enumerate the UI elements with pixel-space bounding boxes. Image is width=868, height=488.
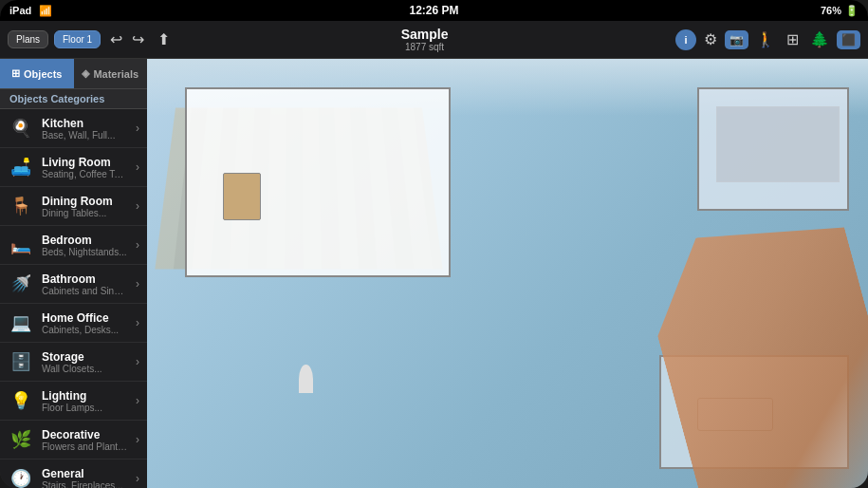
category-name-living-room: Living Room (42, 156, 128, 169)
category-icon-home-office: 💻 (8, 310, 34, 336)
category-icon-storage: 🗄️ (8, 348, 34, 375)
app-title: Sample (401, 27, 449, 42)
category-name-home-office: Home Office (42, 311, 128, 325)
category-sub-decorative: Flowers and Plants... (42, 441, 128, 452)
toolbar-left: Plans Floor 1 ↩ ↪ ⬆ (8, 28, 174, 50)
tree-button[interactable]: 🌲 (806, 28, 833, 50)
category-arrow-living-room: › (136, 160, 139, 174)
category-sub-home-office: Cabinets, Desks... (42, 325, 128, 335)
category-icon-general: 🕐 (8, 465, 34, 488)
app-subtitle: 1877 sqft (405, 42, 444, 52)
category-sub-storage: Wall Closets... (42, 364, 128, 374)
category-arrow-kitchen: › (136, 122, 139, 135)
category-sub-living-room: Seating, Coffee Tables... (42, 169, 128, 179)
battery-label: 76% (821, 5, 841, 16)
status-time: 12:26 PM (409, 4, 458, 17)
status-bar: iPad 📶 12:26 PM 76% 🔋 (0, 0, 868, 21)
category-item-lighting[interactable]: 💡 Lighting Floor Lamps... › (0, 382, 147, 421)
objects-icon: ⊞ (11, 67, 20, 80)
category-text-dining-room: Dining Room Dining Tables... (42, 195, 128, 218)
category-icon-living-room: 🛋️ (8, 154, 34, 180)
person-button[interactable]: 🚶 (752, 28, 779, 50)
category-text-bathroom: Bathroom Cabinets and Sinks... (42, 272, 128, 296)
category-arrow-general: › (136, 472, 139, 485)
category-name-kitchen: Kitchen (42, 117, 128, 130)
category-arrow-home-office: › (136, 316, 139, 329)
category-arrow-dining-room: › (136, 199, 139, 213)
category-item-dining-room[interactable]: 🪑 Dining Room Dining Tables... › (0, 187, 147, 226)
tab-objects[interactable]: ⊞ Objects (0, 59, 74, 88)
tab-materials-label: Materials (93, 68, 139, 80)
table-furniture (223, 173, 261, 220)
toolbar-right: i ⚙ 📷 🚶 ⊞ 🌲 ⬛ (675, 28, 860, 50)
category-name-bedroom: Bedroom (42, 234, 128, 247)
category-item-bedroom[interactable]: 🛏️ Bedroom Beds, Nightstands... › (0, 226, 147, 265)
section-header: Objects Categories (0, 89, 147, 109)
category-icon-bedroom: 🛏️ (8, 232, 34, 258)
category-name-general: General (42, 467, 128, 480)
category-item-bathroom[interactable]: 🚿 Bathroom Cabinets and Sinks... › (0, 265, 147, 304)
main-content: ⊞ Objects ◈ Materials Objects Categories… (0, 59, 868, 488)
category-icon-bathroom: 🚿 (8, 271, 34, 297)
settings-button[interactable]: ⚙ (700, 28, 721, 50)
undo-redo-group: ↩ ↪ (106, 28, 148, 50)
floor-button[interactable]: Floor 1 (54, 30, 101, 48)
category-arrow-lighting: › (136, 394, 139, 407)
plans-button[interactable]: Plans (8, 30, 48, 48)
light-fixture (299, 365, 313, 393)
category-icon-dining-room: 🪑 (8, 193, 34, 219)
category-name-storage: Storage (42, 350, 128, 364)
sidebar-tabs: ⊞ Objects ◈ Materials (0, 59, 147, 89)
info-button[interactable]: i (675, 29, 696, 50)
category-text-home-office: Home Office Cabinets, Desks... (42, 311, 128, 335)
category-arrow-storage: › (136, 355, 139, 368)
category-sub-general: Stairs, Fireplaces... (42, 480, 128, 489)
category-sub-bathroom: Cabinets and Sinks... (42, 286, 128, 296)
category-item-home-office[interactable]: 💻 Home Office Cabinets, Desks... › (0, 304, 147, 343)
category-text-general: General Stairs, Fireplaces... (42, 467, 128, 489)
category-arrow-decorative: › (136, 433, 139, 446)
battery-icon: 🔋 (845, 5, 859, 17)
sidebar: ⊞ Objects ◈ Materials Objects Categories… (0, 59, 147, 488)
layout-button[interactable]: ⊞ (783, 28, 803, 50)
undo-button[interactable]: ↩ (106, 28, 126, 50)
camera-button[interactable]: 📷 (725, 30, 748, 49)
share-button[interactable]: ⬆ (154, 28, 174, 50)
category-sub-bedroom: Beds, Nightstands... (42, 247, 128, 257)
category-name-lighting: Lighting (42, 389, 128, 403)
category-name-bathroom: Bathroom (42, 272, 128, 286)
category-text-decorative: Decorative Flowers and Plants... (42, 428, 128, 452)
wifi-icon: 📶 (39, 5, 52, 17)
room-right (697, 87, 849, 211)
ipad-frame: iPad 📶 12:26 PM 76% 🔋 Plans Floor 1 ↩ ↪ … (0, 0, 868, 488)
tab-materials[interactable]: ◈ Materials (74, 59, 148, 88)
redo-button[interactable]: ↪ (128, 28, 148, 50)
category-name-decorative: Decorative (42, 428, 128, 441)
category-sub-lighting: Floor Lamps... (42, 403, 128, 413)
category-text-bedroom: Bedroom Beds, Nightstands... (42, 234, 128, 257)
category-sub-dining-room: Dining Tables... (42, 208, 128, 218)
mode-button[interactable]: ⬛ (837, 30, 860, 49)
materials-icon: ◈ (82, 67, 89, 80)
category-icon-kitchen: 🍳 (8, 115, 34, 141)
category-text-kitchen: Kitchen Base, Wall, Full... (42, 117, 128, 141)
device-label: iPad (9, 5, 31, 16)
category-list: 🍳 Kitchen Base, Wall, Full... › 🛋️ Livin… (0, 109, 147, 488)
category-item-general[interactable]: 🕐 General Stairs, Fireplaces... › (0, 460, 147, 488)
category-item-storage[interactable]: 🗄️ Storage Wall Closets... › (0, 343, 147, 382)
view-3d[interactable] (147, 59, 868, 488)
toolbar: Plans Floor 1 ↩ ↪ ⬆ Sample 1877 sqft i ⚙… (0, 21, 868, 59)
category-icon-decorative: 🌿 (8, 426, 34, 453)
toolbar-center: Sample 1877 sqft (179, 27, 670, 52)
category-arrow-bedroom: › (136, 238, 139, 252)
tab-objects-label: Objects (24, 68, 62, 80)
status-right: 76% 🔋 (821, 5, 859, 17)
category-name-dining-room: Dining Room (42, 195, 128, 208)
category-text-living-room: Living Room Seating, Coffee Tables... (42, 156, 128, 179)
category-text-storage: Storage Wall Closets... (42, 350, 128, 374)
category-item-living-room[interactable]: 🛋️ Living Room Seating, Coffee Tables...… (0, 148, 147, 187)
category-text-lighting: Lighting Floor Lamps... (42, 389, 128, 413)
category-item-decorative[interactable]: 🌿 Decorative Flowers and Plants... › (0, 421, 147, 460)
category-sub-kitchen: Base, Wall, Full... (42, 130, 128, 141)
category-item-kitchen[interactable]: 🍳 Kitchen Base, Wall, Full... › (0, 109, 147, 148)
